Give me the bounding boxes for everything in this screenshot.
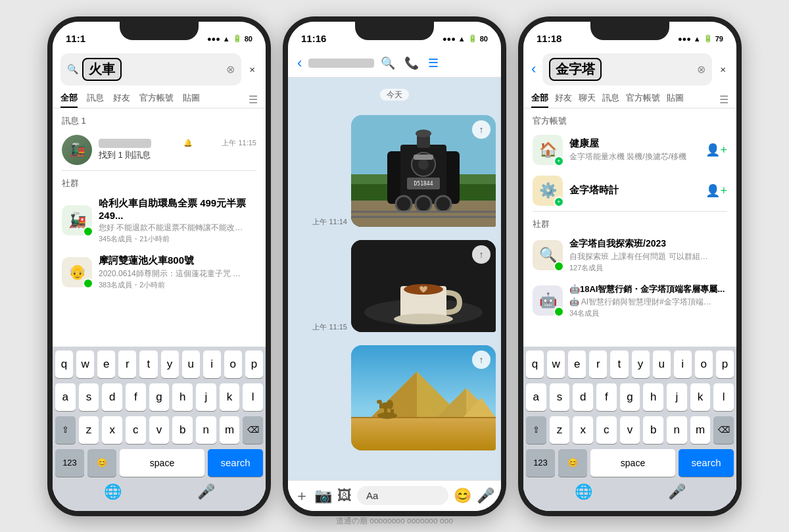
key-3-t[interactable]: t — [610, 351, 628, 378]
mic-icon-3[interactable]: 🎤 — [668, 483, 686, 500]
key-u[interactable]: u — [182, 351, 200, 378]
key-i[interactable]: i — [203, 351, 221, 378]
upload-btn-3[interactable]: ↑ — [472, 351, 490, 369]
group-item-2[interactable]: 👴 摩訶雙蓮池火車800號 2020.0614師尊開示：這個蓮花童子咒 祂本身.… — [53, 249, 266, 295]
key-delete[interactable]: ⌫ — [243, 416, 263, 444]
follow-btn-1[interactable]: + — [554, 156, 564, 166]
key-v[interactable]: v — [149, 416, 170, 444]
key-3-k[interactable]: k — [690, 383, 711, 411]
cancel-btn-3[interactable]: × — [717, 61, 729, 78]
chat-photo-icon[interactable]: 🖼 — [337, 487, 352, 504]
key-c[interactable]: c — [126, 416, 146, 444]
key-3-o[interactable]: o — [695, 351, 713, 378]
globe-icon-1[interactable]: 🌐 — [104, 483, 122, 500]
key-3-123[interactable]: 123 — [526, 449, 555, 477]
filter-more-3[interactable]: ☰ — [719, 93, 729, 106]
key-shift[interactable]: ⇧ — [55, 416, 76, 444]
key-m[interactable]: m — [220, 416, 240, 444]
cancel-btn-1[interactable]: × — [247, 61, 258, 78]
key-3-r[interactable]: r — [589, 351, 607, 378]
upload-btn-1[interactable]: ↑ — [472, 120, 490, 139]
key-3-h[interactable]: h — [643, 383, 663, 411]
key-3-y[interactable]: y — [632, 351, 650, 378]
key-3-m[interactable]: m — [690, 416, 711, 444]
key-a[interactable]: a — [55, 383, 76, 411]
search-input-wrap-3[interactable]: 金字塔 ⊗ — [542, 53, 712, 85]
tab-sticker-1[interactable]: 貼圖 — [183, 92, 200, 108]
chat-plus-icon[interactable]: ＋ — [295, 486, 309, 506]
search-input-wrap-1[interactable]: 🔍 火車 ⊗ — [60, 53, 241, 85]
upload-btn-2[interactable]: ↑ — [472, 245, 490, 264]
key-3-p[interactable]: p — [716, 351, 734, 378]
key-3-e[interactable]: e — [568, 351, 586, 378]
group-item-3[interactable]: 🔍 金字塔自我探索班/2023 自我探索班 上課有任何問題 可以群組發問 有空.… — [523, 233, 736, 278]
key-w[interactable]: w — [76, 351, 94, 378]
key-3-space[interactable]: space — [590, 449, 675, 477]
key-3-u[interactable]: u — [653, 351, 671, 378]
tab-friend-1[interactable]: 好友 — [113, 92, 130, 108]
key-b[interactable]: b — [172, 416, 193, 444]
tab-chat-3[interactable]: 聊天 — [579, 92, 596, 108]
key-y[interactable]: y — [161, 351, 179, 378]
key-3-n[interactable]: n — [667, 416, 687, 444]
tab-official-3[interactable]: 官方帳號 — [626, 92, 660, 108]
key-h[interactable]: h — [172, 383, 193, 411]
key-k[interactable]: k — [220, 383, 240, 411]
chat-camera-icon[interactable]: 📷 — [314, 487, 332, 504]
key-search-1[interactable]: search — [208, 449, 263, 477]
key-3-delete[interactable]: ⌫ — [713, 416, 734, 444]
official-item-2[interactable]: ⚙️ + 金字塔時計 👤+ — [523, 170, 736, 211]
key-j[interactable]: j — [196, 383, 216, 411]
chat-menu-icon[interactable]: ☰ — [428, 56, 439, 70]
filter-more-1[interactable]: ☰ — [249, 93, 258, 106]
tab-all-1[interactable]: 全部 — [60, 92, 78, 108]
key-o[interactable]: o — [224, 351, 242, 378]
key-r[interactable]: r — [118, 351, 136, 378]
key-3-j[interactable]: j — [667, 383, 687, 411]
add-friend-icon-2[interactable]: 👤+ — [705, 183, 727, 198]
key-p[interactable]: p — [245, 351, 263, 378]
chat-input[interactable]: Aa — [357, 486, 448, 505]
key-x[interactable]: x — [102, 416, 122, 444]
clear-btn-1[interactable]: ⊗ — [226, 63, 235, 76]
key-f[interactable]: f — [126, 383, 146, 411]
tab-sticker-3[interactable]: 貼圖 — [667, 92, 684, 108]
follow-btn-2[interactable]: + — [554, 197, 564, 207]
key-s[interactable]: s — [79, 383, 99, 411]
key-z[interactable]: z — [79, 416, 99, 444]
key-3-a[interactable]: a — [526, 383, 546, 411]
tab-msg-3[interactable]: 訊息 — [602, 92, 619, 108]
key-3-v[interactable]: v — [620, 416, 640, 444]
add-friend-icon-1[interactable]: 👤+ — [705, 143, 727, 157]
group-item-1[interactable]: 🚂 哈利火車自助環島全票 499元半票 249... 您好 不能退款不能退票不能… — [53, 192, 266, 249]
key-d[interactable]: d — [102, 383, 122, 411]
search-back-3[interactable]: ‹ — [531, 60, 536, 78]
chat-mic-icon[interactable]: 🎤 — [477, 487, 494, 504]
tab-friend-3[interactable]: 好友 — [555, 92, 572, 108]
chat-call-icon[interactable]: 📞 — [404, 56, 419, 70]
tab-all-3[interactable]: 全部 — [531, 92, 548, 108]
key-3-l[interactable]: l — [713, 383, 734, 411]
key-l[interactable]: l — [243, 383, 263, 411]
clear-btn-3[interactable]: ⊗ — [697, 63, 705, 76]
chat-emoji-icon[interactable]: 😊 — [454, 487, 471, 504]
key-n[interactable]: n — [196, 416, 216, 444]
key-3-d[interactable]: d — [573, 383, 593, 411]
key-3-f[interactable]: f — [596, 383, 617, 411]
key-search-3[interactable]: search — [679, 449, 734, 477]
key-g[interactable]: g — [149, 383, 170, 411]
tab-official-1[interactable]: 官方帳號 — [139, 92, 174, 108]
mic-icon-1[interactable]: 🎤 — [197, 483, 215, 500]
tab-msg-1[interactable]: 訊息 — [87, 92, 104, 108]
globe-icon-3[interactable]: 🌐 — [575, 483, 592, 500]
key-3-i[interactable]: i — [674, 351, 692, 378]
chat-back-btn[interactable]: ‹ — [297, 55, 302, 72]
key-3-s[interactable]: s — [550, 383, 570, 411]
official-item-1[interactable]: 🏠 + 健康屋 金字塔能量水機 裝機/換濾芯/移機 👤+ — [523, 130, 736, 170]
key-3-x[interactable]: x — [573, 416, 593, 444]
key-3-c[interactable]: c — [596, 416, 617, 444]
key-space[interactable]: space — [120, 449, 204, 477]
key-3-b[interactable]: b — [643, 416, 663, 444]
key-3-w[interactable]: w — [547, 351, 565, 378]
key-t[interactable]: t — [139, 351, 157, 378]
